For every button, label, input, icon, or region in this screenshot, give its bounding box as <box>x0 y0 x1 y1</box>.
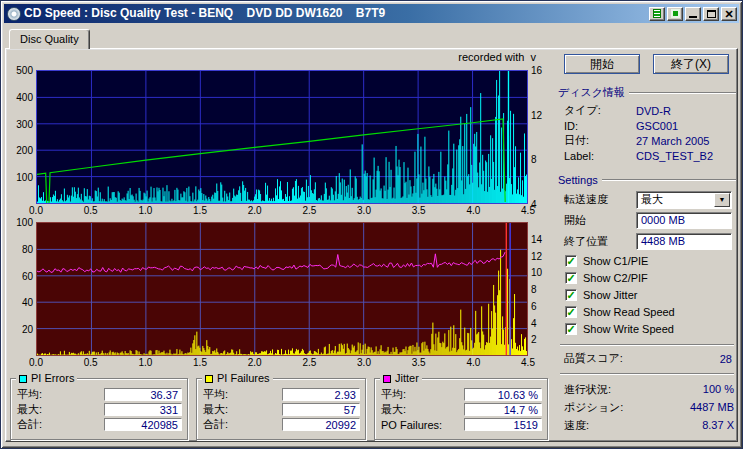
tick-label: 3.0 <box>357 206 371 216</box>
tick-label: 3.5 <box>412 358 426 368</box>
disc-quality-panel: recorded with v 500400300200100 161284 0… <box>5 48 738 442</box>
disc-info-title: ディスク情報 <box>558 85 625 100</box>
jitter-average-field: 10.63 % <box>464 388 542 401</box>
pi-errors-swatch-icon <box>19 375 27 383</box>
tick-label: 20 <box>22 325 33 335</box>
maximize-button[interactable] <box>703 7 719 21</box>
tick-label: 200 <box>16 146 33 156</box>
checkbox-show-c2pif[interactable]: ✓Show C2/PIF <box>565 269 736 286</box>
titlebar-tool-button-1[interactable] <box>649 7 665 21</box>
checkbox-show-c1pie[interactable]: ✓Show C1/PIE <box>565 252 736 269</box>
stats-row: PI Errors 平均:36.37 最大:331 合計:420985 PI F… <box>10 378 554 440</box>
transfer-speed-select[interactable]: 最大 ▼ <box>636 191 732 209</box>
checkmark-icon: ✓ <box>565 323 577 335</box>
pif-right-axis: 1412108642 <box>528 222 550 356</box>
tick-label: 40 <box>22 298 33 308</box>
checkbox-show-read-speed[interactable]: ✓Show Read Speed <box>565 303 736 320</box>
start-position-label: 開始 <box>564 213 636 228</box>
start-position-field[interactable]: 0000 MB <box>636 212 732 229</box>
stat-label: 最大: <box>203 402 228 417</box>
tick-label: 2 <box>531 335 537 345</box>
tick-label: 2.0 <box>248 206 262 216</box>
chevron-down-icon[interactable]: ▼ <box>714 193 730 207</box>
position-value: 4487 MB <box>690 401 734 413</box>
tick-label: 500 <box>16 66 33 76</box>
end-position-label: 終了位置 <box>564 234 636 249</box>
recorded-with-label: recorded with v <box>10 51 550 65</box>
end-position-field[interactable]: 4488 MB <box>636 233 732 250</box>
divider <box>560 373 734 375</box>
speed-value: 8.37 X <box>702 419 734 431</box>
tick-label: 100 <box>16 218 33 228</box>
tick-label: 400 <box>16 93 33 103</box>
control-panel: 開始 終了(X) ディスク情報 タイプ:DVD-R ID:GSC001 日付:2… <box>558 54 736 434</box>
stat-label: 最大: <box>17 402 42 417</box>
pif-jitter-chart: 10080604020 1412108642 0.00.51.01.52.02.… <box>10 222 554 372</box>
divider <box>629 92 736 94</box>
tick-label: 2.5 <box>302 206 316 216</box>
checkmark-icon: ✓ <box>565 255 577 267</box>
tick-label: 8 <box>531 155 537 165</box>
pi-errors-statbox: PI Errors 平均:36.37 最大:331 合計:420985 <box>10 378 188 440</box>
tick-label: 14 <box>531 235 542 245</box>
settings-title: Settings <box>558 174 598 186</box>
pi-errors-max-field: 331 <box>104 403 182 416</box>
disc-label-label: Label: <box>564 150 636 162</box>
green-drive-icon <box>671 9 680 18</box>
charts-column: recorded with v 500400300200100 161284 0… <box>10 51 554 440</box>
cd-app-icon <box>7 7 21 21</box>
divider <box>602 179 736 181</box>
tick-label: 8 <box>531 285 537 295</box>
quality-score-label: 品質スコア: <box>564 351 623 366</box>
stat-label: 平均: <box>203 387 228 402</box>
tick-label: 4.0 <box>466 358 480 368</box>
progress-value: 100 % <box>703 383 734 395</box>
tick-label: 300 <box>16 120 33 130</box>
jitter-max-field: 14.7 % <box>464 403 542 416</box>
tick-label: 12 <box>531 252 542 262</box>
pi-failures-average-field: 2.93 <box>282 388 360 401</box>
disc-id-value: GSC001 <box>636 120 678 132</box>
close-icon: ✕ <box>724 9 733 19</box>
jitter-swatch-icon <box>383 375 391 383</box>
titlebar[interactable]: CD Speed : Disc Quality Test - BENQ DVD … <box>4 4 739 23</box>
tick-label: 3.0 <box>357 358 371 368</box>
pie-x-axis: 0.00.51.01.52.02.53.03.54.04.5 <box>36 204 528 220</box>
pi-failures-swatch-icon <box>205 375 213 383</box>
tick-label: 0.0 <box>29 358 43 368</box>
tick-label: 4.5 <box>521 206 535 216</box>
minimize-button[interactable] <box>685 7 701 21</box>
checkbox-show-write-speed[interactable]: ✓Show Write Speed <box>565 320 736 337</box>
pif-x-axis: 0.00.51.01.52.02.53.03.54.04.5 <box>36 356 528 372</box>
pie-right-axis: 161284 <box>528 70 550 204</box>
settings-header: Settings <box>558 174 736 186</box>
tick-label: 4.5 <box>521 358 535 368</box>
tick-label: 80 <box>22 245 33 255</box>
pi-failures-max-field: 57 <box>282 403 360 416</box>
quality-score-value: 28 <box>720 353 732 365</box>
tick-label: 4 <box>531 319 537 329</box>
speed-label: 速度: <box>564 418 636 433</box>
exit-button[interactable]: 終了(X) <box>653 54 729 74</box>
pif-plot-area <box>36 222 528 356</box>
checkbox-show-jitter[interactable]: ✓Show Jitter <box>565 286 736 303</box>
pi-failures-total-field: 20992 <box>282 418 360 431</box>
position-label: ポジション: <box>564 400 636 415</box>
transfer-speed-value: 最大 <box>637 192 714 207</box>
checkmark-icon: ✓ <box>565 272 577 284</box>
start-button[interactable]: 開始 <box>564 54 640 74</box>
tick-label: 16 <box>531 66 542 76</box>
tab-disc-quality[interactable]: Disc Quality <box>9 29 90 49</box>
titlebar-tool-button-2[interactable] <box>667 7 683 21</box>
window-title: CD Speed : Disc Quality Test - BENQ DVD … <box>24 4 647 23</box>
tick-label: 1.5 <box>193 206 207 216</box>
close-button[interactable]: ✕ <box>721 7 737 21</box>
tick-label: 60 <box>22 272 33 282</box>
pie-speed-chart: 500400300200100 161284 0.00.51.01.52.02.… <box>10 70 554 220</box>
stat-label: 平均: <box>381 387 406 402</box>
tick-label: 4.0 <box>466 206 480 216</box>
progress-label: 進行状況: <box>564 382 636 397</box>
po-failures-field: 1519 <box>464 418 542 431</box>
tick-label: 0.5 <box>84 358 98 368</box>
stat-label: PO Failures: <box>381 419 442 431</box>
